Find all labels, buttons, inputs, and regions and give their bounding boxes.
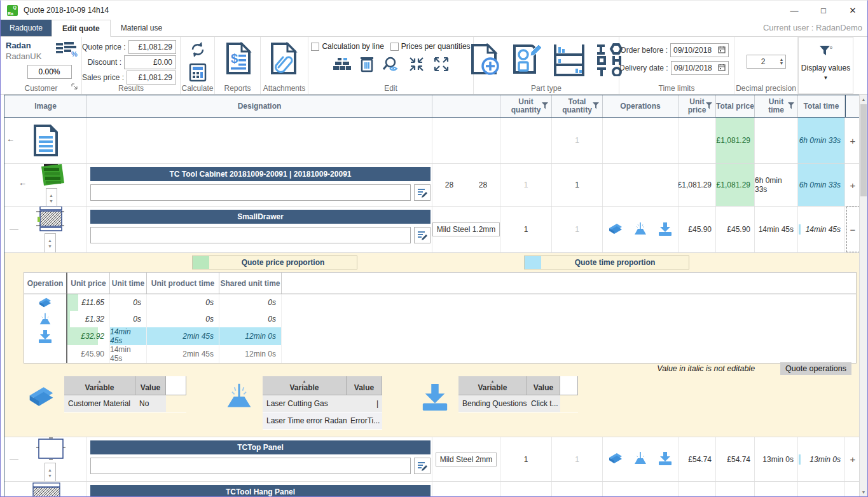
tree-node-arrow-icon[interactable]: ← (18, 178, 27, 187)
material-selector[interactable]: Mild Steel 2mm (436, 453, 497, 466)
designation-input[interactable] (90, 458, 411, 474)
filter-icon[interactable] (788, 102, 794, 111)
op-cutting-shared-unit-time[interactable]: 0s (219, 311, 282, 327)
table-row-cabinet[interactable]: ← ▲▼ TC Tool Cabinet 20181009-20091 | 20… (4, 164, 859, 207)
quantity-stepper[interactable]: ▲▼ (45, 233, 56, 252)
col-unit-time[interactable]: Unit time (755, 95, 798, 117)
scroll-up-icon[interactable]: ▲ (860, 95, 867, 104)
collapse-row-button[interactable]: − (846, 207, 860, 252)
quote-designation-cell[interactable] (87, 118, 432, 163)
edit-part-icon[interactable] (511, 43, 542, 78)
variable-column-header[interactable]: ▲Variable (458, 376, 527, 395)
notes-button[interactable] (414, 458, 431, 474)
col-material[interactable] (432, 95, 500, 117)
calendar-icon[interactable] (718, 64, 726, 73)
variable-value[interactable]: ErrorTi... (347, 412, 382, 430)
designation-input[interactable] (90, 227, 411, 243)
op-material-unit-product-time[interactable]: 0s (147, 294, 219, 311)
notes-button[interactable] (414, 184, 431, 201)
tctop-unit-time[interactable]: 13min 0s (755, 437, 798, 481)
material-operation-icon[interactable] (608, 221, 623, 238)
op-bending-unit-time[interactable]: 14min 45s (110, 327, 147, 345)
decimal-precision-stepper[interactable]: 2 ▲▼ (747, 55, 786, 69)
preview-search-icon[interactable] (382, 56, 400, 74)
minimize-button[interactable]: — (780, 1, 809, 20)
close-button[interactable]: ✕ (838, 1, 867, 20)
cabinet-unit-price[interactable]: £1,081.29 (679, 164, 716, 206)
tctop-total-quantity[interactable]: 1 (552, 437, 603, 481)
smalldrawer-total-time[interactable]: 14min 45s (798, 207, 845, 252)
delivery-date-input[interactable]: 09/10/2018 (671, 61, 729, 75)
customer-dialog-launcher-icon[interactable] (71, 83, 78, 92)
col-total-quantity[interactable]: Total quantity (552, 95, 603, 117)
sales-price-value[interactable]: £1,081.29 (127, 71, 176, 85)
collapse-all-icon[interactable] (408, 56, 425, 74)
material-operation-icon[interactable] (24, 294, 67, 311)
checkbox-box[interactable] (311, 43, 319, 51)
op-bending-unit-product-time[interactable]: 2min 45s (147, 327, 219, 345)
hangpanel-image-cell[interactable] (4, 482, 87, 496)
expand-row-button[interactable]: + (845, 437, 859, 481)
variable-column-header[interactable]: ▲Variable (263, 376, 347, 395)
assembly-icon[interactable] (553, 43, 586, 78)
display-values-group[interactable]: o Display values ▼ (798, 37, 853, 94)
scrollbar-thumb[interactable] (860, 104, 867, 196)
order-before-date-input[interactable]: 09/10/2018 (670, 43, 729, 57)
col-total-price[interactable]: Total price (716, 95, 755, 117)
tctop-image-cell[interactable]: ▲▼ (4, 437, 87, 481)
op-material-shared-unit-time[interactable]: 0s (219, 294, 282, 311)
op-bending-unit-price[interactable]: £32.92 (67, 327, 110, 345)
material-selector[interactable]: Mild Steel 1.2mm (432, 222, 500, 236)
tab-edit-quote[interactable]: Edit quote (52, 20, 111, 37)
variable-name[interactable]: Laser Time error Radan (263, 412, 347, 430)
cabinet-image-cell[interactable]: ← ▲▼ (4, 164, 87, 206)
quote-operations-button[interactable]: Quote operations (780, 362, 851, 375)
bending-operation-icon[interactable] (24, 327, 67, 345)
variable-name[interactable]: Laser Cutting Gas (263, 395, 347, 412)
hardware-icon[interactable] (596, 43, 623, 78)
op-cutting-unit-time[interactable]: 0s (110, 311, 147, 327)
reports-icon[interactable]: $ (224, 42, 252, 77)
expand-all-icon[interactable] (433, 56, 450, 74)
delete-icon[interactable] (360, 56, 374, 74)
table-row-quote[interactable]: ← 1 £1,081.29 6h 0min 33s + (4, 118, 859, 164)
variable-name[interactable]: Customer Material (64, 395, 135, 412)
calculation-by-line-checkbox[interactable]: Calculation by line (311, 42, 383, 51)
scroll-down-icon[interactable]: ▼ (860, 487, 867, 496)
tree-node-arrow-icon[interactable]: ← (6, 134, 15, 144)
quote-price-value[interactable]: £1,081.29 (128, 40, 176, 54)
stepper-arrows-icon[interactable]: ▲▼ (780, 58, 785, 65)
smalldrawer-unit-time[interactable]: 14min 45s (755, 207, 798, 252)
prices-per-quantities-checkbox[interactable]: Prices per quantities (390, 42, 471, 51)
quantity-stepper[interactable]: ▲▼ (46, 188, 57, 206)
col-designation[interactable]: Designation (87, 95, 432, 117)
build-assembly-icon[interactable] (333, 57, 352, 74)
material-operation-icon[interactable] (608, 451, 623, 468)
variable-value[interactable]: No (135, 395, 166, 412)
op-material-unit-time[interactable]: 0s (110, 294, 147, 311)
cabinet-total-time[interactable]: 6h 0min 33s (798, 164, 845, 206)
tab-radquote[interactable]: Radquote (1, 20, 52, 36)
variable-value[interactable]: | (347, 395, 382, 412)
table-row-tctop[interactable]: ▲▼ TCTop Panel Mild Steel 2mm 1 1 (4, 437, 859, 482)
quote-total-price[interactable]: £1,081.29 (716, 118, 755, 163)
laser-cutting-operation-icon[interactable] (632, 451, 649, 468)
col-operations[interactable]: Operations (603, 95, 679, 117)
table-row-hangpanel[interactable]: TCTool Hang Panel (4, 482, 859, 496)
col-unit-price[interactable]: Unit price (679, 95, 716, 117)
col-image[interactable]: Image (4, 95, 87, 117)
tctop-unit-price[interactable]: £54.74 (679, 437, 716, 481)
col-total-time[interactable]: Total time (798, 95, 845, 117)
op-cutting-unit-product-time[interactable]: 0s (147, 311, 219, 327)
quote-total-time[interactable]: 6h 0min 33s (798, 118, 845, 163)
op-material-unit-price[interactable]: £11.65 (67, 294, 110, 311)
expand-row-button[interactable]: + (845, 118, 859, 163)
cabinet-total-quantity[interactable]: 1 (552, 164, 603, 206)
value-column-header[interactable]: Value (527, 376, 560, 395)
op-bending-shared-unit-time[interactable]: 12min 0s (219, 327, 282, 345)
quote-total-quantity[interactable]: 1 (552, 118, 603, 163)
variable-value[interactable]: Click t... (527, 395, 560, 412)
bending-operation-icon[interactable] (658, 221, 673, 238)
discount-value[interactable]: £0.00 (124, 55, 176, 69)
smalldrawer-total-price[interactable]: £45.90 (716, 207, 755, 252)
